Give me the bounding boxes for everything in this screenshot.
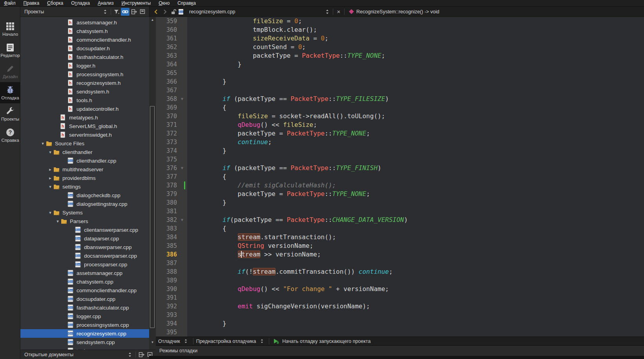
tree-item[interactable]: C++clienthandler.cpp xyxy=(20,156,149,165)
code-line[interactable]: 373 continue; xyxy=(156,138,644,147)
code-line[interactable]: 366 } xyxy=(156,77,644,86)
collapsed-arrow-icon[interactable]: ▸ xyxy=(47,176,53,181)
code-line[interactable]: 372 packetType = PacketType::TYPE_NONE; xyxy=(156,129,644,138)
code-line[interactable]: 365 xyxy=(156,69,644,77)
preset-combo-arrows-icon[interactable] xyxy=(257,337,266,345)
gutter-cell[interactable]: 365 xyxy=(156,69,187,77)
code-line[interactable]: 391 xyxy=(156,293,644,302)
tree-item[interactable]: C++tools.cpp xyxy=(20,346,149,350)
code-line[interactable]: 379 packetType = PacketType::TYPE_NONE; xyxy=(156,190,644,198)
gutter-cell[interactable]: 386 xyxy=(156,250,187,259)
code-line[interactable]: 383 { xyxy=(156,224,644,233)
tree-item[interactable]: ▾settings xyxy=(20,182,149,191)
code-line[interactable]: 395 xyxy=(156,328,644,337)
tree-item[interactable]: hrecognizesystem.h xyxy=(20,79,149,87)
menu-analyze[interactable]: Анализ xyxy=(94,0,118,7)
tree-item[interactable]: hprocessingsystem.h xyxy=(20,70,149,79)
tree-item[interactable]: ▾clienthandler xyxy=(20,148,149,156)
gutter-cell[interactable]: 377 xyxy=(156,172,187,181)
gutter-cell[interactable]: 389 xyxy=(156,276,187,285)
gutter-cell[interactable]: 381 xyxy=(156,207,187,216)
gutter-cell[interactable]: 378 xyxy=(156,181,187,190)
tree-item[interactable]: ▸multithreadserver xyxy=(20,165,149,174)
fold-marker-icon[interactable]: ▼ xyxy=(177,164,187,172)
tree-item[interactable]: C++chatsystem.cpp xyxy=(20,277,149,286)
code-editor[interactable]: 359 fileSize = 0;360 tmpBlock.clear();36… xyxy=(156,17,644,337)
code-line[interactable]: 369 { xyxy=(156,103,644,112)
open-file-name[interactable]: recognizesystem.cpp xyxy=(189,9,235,15)
gutter-cell[interactable]: 393 xyxy=(156,311,187,319)
tree-item[interactable]: C++commonclienthandler.cpp xyxy=(20,286,149,295)
mode-projects[interactable]: Проекты xyxy=(0,103,20,125)
code-line[interactable]: 371 qDebug() << fileSize; xyxy=(156,121,644,129)
menu-tools[interactable]: Инструменты xyxy=(117,0,155,7)
tree-item[interactable]: ▾Source Files xyxy=(20,139,149,148)
expanded-arrow-icon[interactable]: ▾ xyxy=(55,219,61,224)
menu-window[interactable]: Окно xyxy=(155,0,173,7)
lock-open-icon[interactable] xyxy=(169,8,178,16)
code-line[interactable]: 368▼ if (packetType == PacketType::TYPE_… xyxy=(156,95,644,103)
gutter-cell[interactable]: 367 xyxy=(156,86,187,95)
gutter-cell[interactable]: 376▼ xyxy=(156,164,187,172)
code-line[interactable]: 361 sizeReceiveData = 0; xyxy=(156,34,644,43)
code-line[interactable]: 394 } xyxy=(156,319,644,328)
code-line[interactable]: 392 emit sigChangeVersion(versionName); xyxy=(156,302,644,311)
sync-with-editor-link-icon[interactable] xyxy=(121,8,130,16)
scroll-up-icon[interactable]: ▲ xyxy=(149,17,156,22)
close-document-icon[interactable]: × xyxy=(334,8,343,16)
code-line[interactable]: 387 xyxy=(156,259,644,267)
gutter-cell[interactable]: 366 xyxy=(156,77,187,86)
expanded-arrow-icon[interactable]: ▾ xyxy=(47,210,53,215)
mode-welcome[interactable]: Начало xyxy=(0,18,20,40)
document-combo-arrows-icon[interactable] xyxy=(323,8,332,16)
code-line[interactable]: 364 } xyxy=(156,60,644,69)
expanded-arrow-icon[interactable]: ▾ xyxy=(40,141,46,146)
tree-item[interactable]: hserverlmswidget.h xyxy=(20,130,149,139)
tree-item[interactable]: C++dialogcheckdb.cpp xyxy=(20,191,149,200)
expanded-arrow-icon[interactable]: ▾ xyxy=(47,150,53,155)
tree-item[interactable]: ▾Systems xyxy=(20,208,149,217)
opendocs-split-icon[interactable] xyxy=(137,351,146,359)
gutter-cell[interactable]: 385 xyxy=(156,242,187,250)
tree-item[interactable]: C++fasthashcalculator.cpp xyxy=(20,303,149,312)
tree-item[interactable]: hcommonclienthandler.h xyxy=(20,35,149,44)
code-line[interactable]: 362 countSend = 0; xyxy=(156,43,644,51)
scroll-down-icon[interactable]: ▼ xyxy=(149,339,156,345)
gutter-cell[interactable]: 380 xyxy=(156,198,187,207)
code-line[interactable]: 378 //emit sigCalculateHash(); xyxy=(156,181,644,190)
gutter-cell[interactable]: 382▼ xyxy=(156,216,187,224)
mode-debug[interactable]: Отладка xyxy=(0,82,20,103)
current-symbol[interactable]: RecognizeSystem::recognize() -> void xyxy=(356,9,440,15)
close-panel-icon[interactable] xyxy=(138,8,147,16)
gutter-cell[interactable]: 361 xyxy=(156,34,187,43)
menu-build[interactable]: Сборка xyxy=(43,0,67,7)
tree-scrollbar[interactable]: ▲ ▼ xyxy=(149,17,156,350)
code-line[interactable]: 381 xyxy=(156,207,644,216)
gutter-cell[interactable]: 383 xyxy=(156,224,187,233)
gutter-cell[interactable]: 379 xyxy=(156,190,187,198)
tree-item[interactable]: C++recognizesystem.cpp xyxy=(20,329,149,338)
tree-item[interactable]: C++processingsystem.cpp xyxy=(20,321,149,329)
tree-item[interactable]: hsendsystem.h xyxy=(20,87,149,96)
gutter-cell[interactable]: 364 xyxy=(156,60,187,69)
tree-item[interactable]: ▾Parsers xyxy=(20,217,149,225)
code-line[interactable]: 377 { xyxy=(156,172,644,181)
tree-item[interactable]: C++clientanswerparser.cpp xyxy=(20,225,149,234)
code-line[interactable]: 386 stream >> versionName; xyxy=(156,250,644,259)
tree-item[interactable]: C++processparser.cpp xyxy=(20,260,149,269)
gutter-cell[interactable]: 360 xyxy=(156,26,187,34)
tree-item[interactable]: C++logger.cpp xyxy=(20,312,149,321)
go-back-icon[interactable] xyxy=(152,8,161,16)
gutter-cell[interactable]: 392 xyxy=(156,302,187,311)
debugger-combo-arrows-icon[interactable] xyxy=(182,337,190,345)
gutter-cell[interactable]: 375 xyxy=(156,155,187,164)
go-forward-icon[interactable] xyxy=(161,8,169,16)
gutter-cell[interactable]: 368▼ xyxy=(156,95,187,103)
opendocs-combo-arrows-icon[interactable] xyxy=(126,351,134,359)
gutter-cell[interactable]: 359 xyxy=(156,17,187,26)
debugger-combo-label[interactable]: Отладчик xyxy=(158,339,180,344)
panel-combo-arrows-icon[interactable] xyxy=(101,8,109,16)
scrollbar-thumb[interactable] xyxy=(150,106,155,328)
tree-item[interactable]: hassetsmanager.h xyxy=(20,18,149,27)
filter-icon[interactable] xyxy=(112,8,121,16)
